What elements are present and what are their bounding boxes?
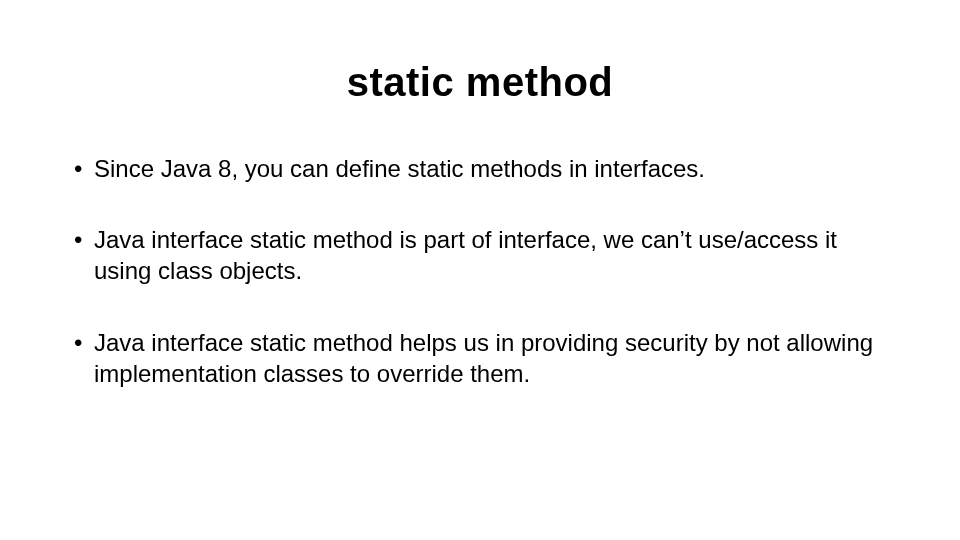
list-item: Since Java 8, you can define static meth… [70, 153, 890, 184]
slide-title: static method [70, 60, 890, 105]
list-item: Java interface static method is part of … [70, 224, 890, 286]
bullet-list: Since Java 8, you can define static meth… [70, 153, 890, 389]
list-item: Java interface static method helps us in… [70, 327, 890, 389]
slide-container: static method Since Java 8, you can defi… [0, 0, 960, 540]
